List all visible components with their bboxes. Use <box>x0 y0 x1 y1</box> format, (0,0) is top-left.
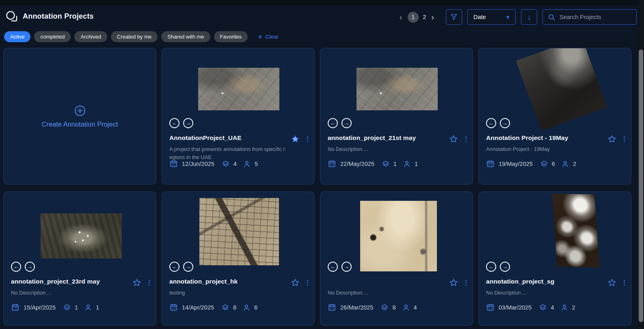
prev-page-chevron-icon[interactable]: ‹ <box>399 13 403 21</box>
card-menu-icon[interactable] <box>147 279 151 286</box>
chip-shared-with-me[interactable]: Shared with me <box>161 31 210 42</box>
favorite-star-icon[interactable] <box>291 135 300 143</box>
user-icon <box>402 303 410 312</box>
chip-created-by-me[interactable]: Created by me <box>111 31 158 42</box>
prev-image-button[interactable]: ← <box>328 118 338 128</box>
card-menu-icon[interactable] <box>306 279 309 286</box>
sort-direction-button[interactable]: ↓ <box>521 9 537 25</box>
project-date: 15/Apr/2025 <box>24 304 56 311</box>
page-header: Annotation Projects ‹ 1 2 › Date ▼ ↓ Sea… <box>0 5 644 28</box>
favorite-star-icon[interactable] <box>132 278 141 287</box>
project-date: 14/Apr/2025 <box>182 304 214 311</box>
project-title: annotation_project_23rd may <box>11 278 132 285</box>
clear-label: Clear <box>266 34 279 40</box>
user-count: 1 <box>96 304 99 311</box>
prev-image-button[interactable]: ← <box>486 118 496 128</box>
user-icon <box>243 160 251 168</box>
project-thumbnail <box>552 194 599 267</box>
create-project-label: Create Annotation Project <box>41 120 118 128</box>
favorite-star-icon[interactable] <box>449 278 458 287</box>
project-thumbnail <box>360 201 437 271</box>
prev-image-button[interactable]: ← <box>169 262 179 272</box>
card-menu-icon[interactable] <box>622 135 626 143</box>
favorite-star-icon[interactable] <box>607 135 616 143</box>
card-menu-icon[interactable] <box>464 135 468 143</box>
calendar-icon <box>11 303 19 312</box>
plus-circle-icon <box>74 105 86 117</box>
chip-archived[interactable]: Archived <box>74 31 107 42</box>
project-card-21st-may[interactable]: ← → annotation_project_21st may No Descr… <box>320 48 473 185</box>
sort-dropdown-value: Date <box>473 14 486 20</box>
search-input[interactable]: Search Projects <box>542 9 637 25</box>
next-page-chevron-icon[interactable]: › <box>430 13 435 21</box>
thumbnail-nav: ← → <box>169 262 193 272</box>
project-title: Annotation Project - 19May <box>486 134 607 142</box>
layer-count: 1 <box>393 161 397 167</box>
prev-image-button[interactable]: ← <box>486 262 496 272</box>
project-date: 26/Mar/2025 <box>340 304 373 311</box>
project-title: AnnotationProject_UAE <box>169 134 291 142</box>
project-card-19may[interactable]: ← → Annotation Project - 19May Annotatio… <box>478 48 631 185</box>
create-annotation-project-card[interactable]: Create Annotation Project <box>3 48 156 185</box>
header-controls: ‹ 1 2 › Date ▼ ↓ Search Projects <box>399 9 637 25</box>
prev-image-button[interactable]: ← <box>328 262 338 272</box>
filter-button[interactable] <box>446 9 462 25</box>
favorite-star-icon[interactable] <box>291 278 300 287</box>
next-image-button[interactable]: → <box>341 262 352 272</box>
next-image-button[interactable]: → <box>183 262 193 272</box>
clear-filters-button[interactable]: ✕ Clear <box>258 34 279 40</box>
sort-by-date-dropdown[interactable]: Date ▼ <box>467 9 516 25</box>
project-date: 19/May/2025 <box>499 161 533 167</box>
next-image-button[interactable]: → <box>25 262 35 272</box>
annotation-projects-logo-icon <box>5 11 19 24</box>
project-card-redacted[interactable]: ← → No Description ... 26/Mar/2025 <box>320 191 473 326</box>
layer-count: 6 <box>552 161 555 167</box>
favorite-star-icon[interactable] <box>607 278 616 287</box>
user-icon <box>242 303 251 312</box>
layers-icon <box>539 303 547 312</box>
project-thumbnail <box>357 68 438 110</box>
user-icon <box>561 160 569 168</box>
thumbnail-nav: ← → <box>169 118 193 128</box>
prev-image-button[interactable]: ← <box>11 262 21 272</box>
chip-active[interactable]: Active <box>4 31 30 42</box>
project-description: No Description ... <box>486 289 603 297</box>
thumbnail-nav: ← → <box>486 262 510 272</box>
layer-count: 4 <box>551 304 554 311</box>
layers-icon <box>221 303 229 312</box>
project-thumbnail <box>41 213 122 258</box>
vertical-scrollbar[interactable] <box>638 0 644 329</box>
project-date: 22/May/2025 <box>340 161 374 167</box>
page-number-1[interactable]: 1 <box>408 12 419 23</box>
layers-icon <box>63 303 71 312</box>
favorite-star-icon[interactable] <box>449 135 458 143</box>
scrollbar-thumb[interactable] <box>639 49 643 322</box>
project-card-sg[interactable]: ← → annotation_project_sg No Description… <box>478 191 631 326</box>
project-card-23rd-may[interactable]: ← → annotation_project_23rd may No Descr… <box>3 191 156 326</box>
next-image-button[interactable]: → <box>500 262 510 272</box>
layers-icon <box>382 160 390 168</box>
layer-count: 8 <box>392 304 395 311</box>
project-card-hk[interactable]: ← → annotation_project_hk testing 14/Apr… <box>162 191 315 326</box>
project-description: No Description ... <box>11 289 128 297</box>
filter-chips-row: Active completed Archived Created by me … <box>4 31 279 42</box>
project-title: annotation_project_hk <box>169 278 291 285</box>
card-menu-icon[interactable] <box>622 279 626 286</box>
user-count: 4 <box>414 304 417 311</box>
calendar-icon <box>328 303 336 312</box>
next-image-button[interactable]: → <box>500 118 510 128</box>
window-top-strip <box>0 0 644 5</box>
next-image-button[interactable]: → <box>183 118 193 128</box>
user-count: 5 <box>255 161 258 167</box>
card-menu-icon[interactable] <box>306 135 309 143</box>
next-image-button[interactable]: → <box>341 118 352 128</box>
page-number-2[interactable]: 2 <box>423 14 426 20</box>
pagination: ‹ 1 2 › <box>399 12 435 23</box>
project-card-uae[interactable]: ← → AnnotationProject_UAE A project that… <box>162 48 315 185</box>
card-menu-icon[interactable] <box>464 279 468 286</box>
chip-favorites[interactable]: Favorites <box>214 31 248 42</box>
chevron-down-icon: ▼ <box>505 14 510 20</box>
calendar-icon <box>328 159 336 168</box>
prev-image-button[interactable]: ← <box>169 118 179 128</box>
chip-completed[interactable]: completed <box>34 31 71 42</box>
